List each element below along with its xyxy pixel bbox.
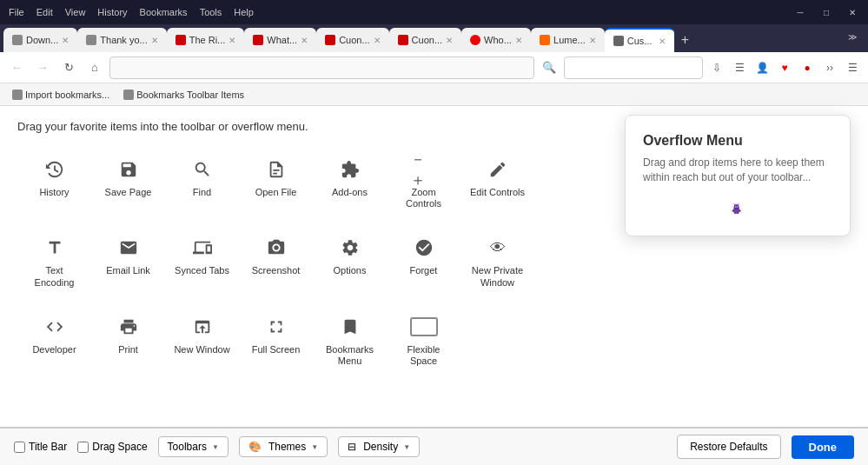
overflow-nav-button[interactable]: ››	[819, 57, 840, 78]
back-button[interactable]: ←	[5, 56, 28, 79]
toolbars-dropdown[interactable]: Toolbars ▼	[158, 436, 229, 457]
menu-tools[interactable]: Tools	[195, 5, 228, 19]
new-tab-button[interactable]: +	[674, 28, 696, 52]
toolbar-item-open-file[interactable]: Open File	[239, 147, 313, 218]
tab-close-btn[interactable]: ✕	[374, 36, 381, 45]
synced-tabs-icon	[189, 234, 216, 262]
tab-ri[interactable]: The Ri... ✕	[167, 28, 245, 52]
tab-label: Lume...	[553, 35, 586, 45]
menu-view[interactable]: View	[60, 5, 91, 19]
tab-favicon	[12, 35, 23, 45]
pocket-button[interactable]: ♥	[774, 57, 795, 78]
toolbar-item-flexible-space[interactable]: Flexible Space	[387, 304, 461, 375]
firefox-mascot-svg	[728, 199, 747, 218]
tab-thank[interactable]: Thank yo... ✕	[77, 28, 166, 52]
toolbar-item-print[interactable]: Print	[91, 304, 165, 375]
overflow-tabs-button[interactable]: ≫	[840, 28, 865, 45]
toolbar-item-find[interactable]: Find	[165, 147, 239, 218]
tab-close-btn[interactable]: ✕	[446, 36, 453, 45]
tab-bar: Down... ✕ Thank yo... ✕ The Ri... ✕ What…	[0, 24, 868, 52]
menu-bookmarks[interactable]: Bookmarks	[135, 5, 193, 19]
toolbar-item-new-private-window[interactable]: 👁 New Private Window	[461, 225, 534, 296]
window-controls: ─ □ ✕	[788, 3, 865, 21]
toolbar-item-forget[interactable]: Forget	[387, 225, 461, 296]
maximize-button[interactable]: □	[814, 3, 838, 21]
toolbars-chevron-icon: ▼	[212, 443, 219, 451]
bookmarks-button[interactable]: ☰	[729, 57, 750, 78]
email-link-icon	[115, 234, 142, 262]
screenshot-icon	[262, 234, 290, 262]
overflow-menu-panel: Overflow Menu Drag and drop items here t…	[625, 115, 851, 236]
menu-history[interactable]: History	[92, 5, 132, 19]
title-bar-checkbox[interactable]	[14, 442, 25, 453]
toolbar-item-edit-controls[interactable]: Edit Controls	[461, 147, 534, 218]
home-button[interactable]: ⌂	[83, 56, 106, 79]
new-private-window-label: New Private Window	[467, 265, 527, 288]
options-icon	[336, 234, 364, 262]
forward-button[interactable]: →	[31, 56, 54, 79]
minimize-button[interactable]: ─	[788, 3, 812, 21]
bookmarks-toolbar-item[interactable]: Bookmarks Toolbar Items	[118, 88, 249, 102]
toolbar-item-new-window[interactable]: New Window	[165, 304, 239, 375]
tab-close-btn[interactable]: ✕	[62, 36, 69, 45]
tab-close-btn[interactable]: ✕	[515, 36, 522, 45]
toolbar-item-email-link[interactable]: Email Link	[91, 225, 165, 296]
toolbar-item-add-ons[interactable]: Add-ons	[313, 147, 387, 218]
overflow-menu-description: Drag and drop items here to keep them wi…	[643, 156, 832, 185]
toolbar-item-zoom-controls[interactable]: － ＋ Zoom Controls	[387, 147, 461, 218]
downloads-button[interactable]: ⇩	[706, 57, 727, 78]
tab-cuon2[interactable]: Cuon... ✕	[389, 28, 461, 52]
tab-close-btn[interactable]: ✕	[659, 37, 666, 46]
svg-point-7	[737, 206, 738, 207]
tab-label: Down...	[26, 35, 58, 45]
menu-file[interactable]: File	[3, 5, 30, 19]
tab-close-btn[interactable]: ✕	[301, 36, 308, 45]
bookmarks-bar: Import bookmarks... Bookmarks Toolbar It…	[0, 83, 868, 106]
toolbar-item-history[interactable]: History	[17, 147, 91, 218]
menu-button[interactable]: ☰	[842, 57, 863, 78]
search-input[interactable]	[564, 56, 703, 79]
url-input[interactable]	[109, 56, 534, 79]
tab-what[interactable]: What... ✕	[244, 28, 316, 52]
restore-defaults-button[interactable]: Restore Defaults	[677, 435, 780, 459]
toolbar-item-bookmarks-menu[interactable]: Bookmarks Menu	[313, 304, 387, 375]
title-bar-checkbox-label[interactable]: Title Bar	[14, 441, 67, 453]
tab-who[interactable]: Who... ✕	[461, 28, 531, 52]
synced-tabs-label: Synced Tabs	[175, 265, 229, 276]
toolbar-item-options[interactable]: Options	[313, 225, 387, 296]
tab-close-btn[interactable]: ✕	[589, 36, 596, 45]
developer-label: Developer	[32, 344, 76, 355]
done-button[interactable]: Done	[792, 435, 855, 459]
toolbar-item-synced-tabs[interactable]: Synced Tabs	[165, 225, 239, 296]
overflow-menu-title: Overflow Menu	[643, 133, 832, 149]
tab-down[interactable]: Down... ✕	[3, 28, 77, 52]
toolbar-item-screenshot[interactable]: Screenshot	[239, 225, 313, 296]
density-dropdown[interactable]: ⊟ Density ▼	[338, 436, 420, 457]
synced-button[interactable]: 👤	[752, 57, 772, 78]
tab-active[interactable]: Cus... ✕	[605, 28, 674, 52]
tab-favicon	[86, 35, 96, 45]
drag-space-checkbox-label[interactable]: Drag Space	[77, 441, 147, 453]
menu-edit[interactable]: Edit	[31, 5, 58, 19]
tab-cuon1[interactable]: Cuon... ✕	[316, 28, 388, 52]
themes-chevron-icon: ▼	[311, 443, 318, 451]
developer-icon	[41, 313, 69, 341]
menu-help[interactable]: Help	[229, 5, 259, 19]
close-button[interactable]: ✕	[840, 3, 865, 21]
tab-close-btn[interactable]: ✕	[151, 36, 158, 45]
themes-dropdown[interactable]: 🎨 Themes ▼	[239, 436, 328, 457]
toolbar-item-developer[interactable]: Developer	[17, 304, 91, 375]
toolbar-item-full-screen[interactable]: Full Screen	[239, 304, 313, 375]
pinterest-button[interactable]: ●	[797, 57, 818, 78]
toolbar-item-save-page[interactable]: Save Page	[91, 147, 165, 218]
reload-button[interactable]: ↻	[57, 56, 80, 79]
new-private-window-icon: 👁	[484, 234, 512, 262]
drag-space-checkbox[interactable]	[77, 442, 89, 453]
menu-bar[interactable]: File Edit View History Bookmarks Tools H…	[3, 5, 259, 19]
import-bookmarks-item[interactable]: Import bookmarks...	[7, 88, 115, 102]
find-label: Find	[193, 187, 211, 198]
tab-close-btn[interactable]: ✕	[229, 36, 235, 45]
toolbar-item-text-encoding[interactable]: Text Encoding	[17, 225, 91, 296]
nav-action-icons: ⇩ ☰ 👤 ♥ ● ›› ☰	[706, 57, 863, 78]
tab-lume[interactable]: Lume... ✕	[531, 28, 605, 52]
